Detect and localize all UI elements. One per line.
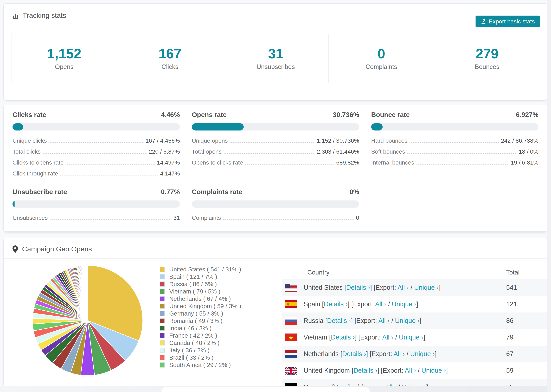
details-link[interactable]: Details › bbox=[331, 334, 355, 341]
dotted-leader bbox=[224, 153, 314, 154]
geo-table-row-germany: Germany [Details ›] [Export: All › / Uni… bbox=[282, 379, 547, 386]
rate-value: 4.46% bbox=[161, 111, 180, 119]
tracking-stats-header: Tracking stats bbox=[4, 4, 547, 20]
geo-table-row-spain: Spain [Details ›] [Export: All › / Uniqu… bbox=[282, 296, 547, 313]
rate-block-bounce-rate: Bounce rate 6.927% Hard bounces 242 / 86… bbox=[371, 111, 538, 177]
flag-gb-icon bbox=[285, 367, 297, 375]
legend-item-italy: Italy ( 36 / 2% ) bbox=[160, 347, 241, 354]
metric-row-unique-clicks: Unique clicks 167 / 4.456% bbox=[13, 137, 180, 144]
rate-title: Opens rate bbox=[192, 111, 227, 119]
legend-item-russia: Russia ( 86 / 5% ) bbox=[160, 280, 241, 288]
export-unique-link[interactable]: Unique › bbox=[392, 301, 416, 308]
stat-label: Bounces bbox=[475, 63, 500, 70]
dotted-leader bbox=[230, 142, 315, 143]
metric-row-clicks-to-opens-rate: Clicks to opens rate 14.497% bbox=[13, 159, 180, 166]
geo-table-row-netherlands: Netherlands [Details ›] [Export: All › /… bbox=[282, 346, 547, 362]
progress-fill bbox=[13, 200, 14, 208]
rate-block-clicks-rate: Clicks rate 4.46% Unique clicks 167 / 4.… bbox=[13, 111, 180, 177]
legend-swatch bbox=[160, 281, 165, 287]
map-pin-icon bbox=[12, 245, 18, 253]
stat-value: 279 bbox=[476, 47, 498, 61]
export-all-link[interactable]: All › bbox=[397, 284, 409, 291]
details-link[interactable]: Details › bbox=[334, 384, 358, 386]
details-link[interactable]: Details › bbox=[327, 317, 351, 324]
export-all-link[interactable]: All › bbox=[394, 350, 405, 357]
legend-item-germany: Germany ( 55 / 3% ) bbox=[160, 310, 241, 317]
rates-card: Clicks rate 4.46% Unique clicks 167 / 4.… bbox=[3, 105, 547, 231]
progress-track bbox=[13, 200, 180, 208]
progress-fill bbox=[13, 123, 23, 131]
details-link[interactable]: Details › bbox=[324, 301, 347, 308]
country-total: 59 bbox=[506, 367, 547, 374]
export-unique-link[interactable]: Unique › bbox=[410, 350, 435, 357]
legend-swatch bbox=[160, 289, 165, 294]
progress-track bbox=[192, 123, 359, 131]
dotted-leader bbox=[417, 164, 508, 165]
details-link[interactable]: Details › bbox=[342, 350, 366, 357]
country-total: 55 bbox=[506, 384, 547, 386]
bar-chart-icon bbox=[12, 12, 19, 19]
rate-title: Clicks rate bbox=[13, 111, 46, 119]
metric-row-soft-bounces: Soft bounces 18 / 0% bbox=[371, 148, 538, 155]
stat-label: Complaints bbox=[366, 63, 397, 70]
dotted-leader bbox=[60, 175, 158, 175]
export-all-link[interactable]: All › bbox=[385, 384, 396, 386]
legend-swatch bbox=[160, 355, 165, 360]
rate-value: 30.736% bbox=[333, 111, 359, 119]
stat-value: 0 bbox=[378, 47, 385, 61]
country-total: 121 bbox=[506, 301, 547, 308]
legend-swatch bbox=[160, 348, 165, 353]
legend-swatch bbox=[160, 274, 165, 279]
stat-label: Opens bbox=[55, 63, 74, 70]
progress-fill bbox=[371, 123, 383, 131]
legend-item-romania: Romania ( 49 / 3% ) bbox=[160, 317, 241, 324]
export-all-link[interactable]: All › bbox=[378, 317, 389, 324]
flag-nl-icon bbox=[285, 350, 297, 358]
dotted-leader bbox=[43, 153, 146, 154]
pie-legend: United States ( 541 / 31% ) Spain ( 121 … bbox=[160, 266, 241, 369]
vertical-scrollbar[interactable] bbox=[547, 0, 551, 392]
dotted-leader bbox=[407, 153, 516, 154]
progress-track bbox=[371, 123, 538, 131]
metric-row-hard-bounces: Hard bounces 242 / 86.738% bbox=[371, 137, 538, 144]
country-name: Russia bbox=[304, 317, 323, 324]
legend-swatch bbox=[160, 318, 165, 323]
details-link[interactable]: Details › bbox=[346, 284, 370, 291]
dotted-leader bbox=[245, 164, 334, 165]
geo-table: Country Total United States [Details ›] … bbox=[282, 266, 547, 386]
legend-item-netherlands: Netherlands ( 67 / 4% ) bbox=[160, 295, 241, 302]
progress-track bbox=[192, 200, 359, 208]
flag-es-icon bbox=[285, 300, 297, 308]
export-all-link[interactable]: All › bbox=[375, 301, 386, 308]
export-all-link[interactable]: All › bbox=[405, 367, 416, 374]
export-unique-link[interactable]: Unique › bbox=[402, 384, 426, 386]
export-unique-link[interactable]: Unique › bbox=[399, 334, 424, 341]
legend-item-united-states: United States ( 541 / 31% ) bbox=[160, 266, 241, 273]
export-all-link[interactable]: All › bbox=[382, 334, 393, 341]
flag-de-icon bbox=[285, 383, 297, 386]
export-unique-link[interactable]: Unique › bbox=[395, 317, 420, 324]
rate-value: 6.927% bbox=[516, 111, 538, 119]
geo-table-row-united-kingdom: United Kingdom [Details ›] [Export: All … bbox=[282, 362, 547, 379]
export-unique-link[interactable]: Unique › bbox=[422, 367, 446, 374]
country-name: Spain bbox=[304, 301, 320, 308]
rate-value: 0% bbox=[350, 188, 359, 196]
flag-us-icon bbox=[285, 284, 297, 292]
geo-table-row-russia: Russia [Details ›] [Export: All › / Uniq… bbox=[282, 313, 547, 329]
header-divider bbox=[4, 31, 547, 31]
stat-label: Unsubscribes bbox=[256, 63, 295, 70]
country-name: United States bbox=[304, 284, 343, 291]
legend-item-united-kingdom: United Kingdom ( 59 / 3% ) bbox=[160, 302, 241, 310]
metric-row-total-opens: Total opens 2,303 / 61.446% bbox=[192, 148, 359, 155]
export-unique-link[interactable]: Unique › bbox=[414, 284, 439, 291]
summary-stat-bounces: 279 Bounces bbox=[434, 34, 540, 83]
rate-title: Bounce rate bbox=[371, 111, 410, 119]
export-basic-stats-button[interactable]: Export basic stats bbox=[475, 15, 540, 27]
dotted-leader bbox=[49, 142, 143, 143]
metric-row-internal-bounces: Internal bounces 19 / 6.81% bbox=[371, 159, 538, 166]
geo-opens-pie-chart[interactable] bbox=[31, 264, 144, 377]
metric-row-total-clicks: Total clicks 220 / 5.87% bbox=[13, 148, 180, 155]
legend-swatch bbox=[160, 267, 165, 272]
metric-row-opens-to-clicks-rate: Opens to clicks rate 689.82% bbox=[192, 159, 359, 166]
details-link[interactable]: Details › bbox=[353, 367, 377, 374]
